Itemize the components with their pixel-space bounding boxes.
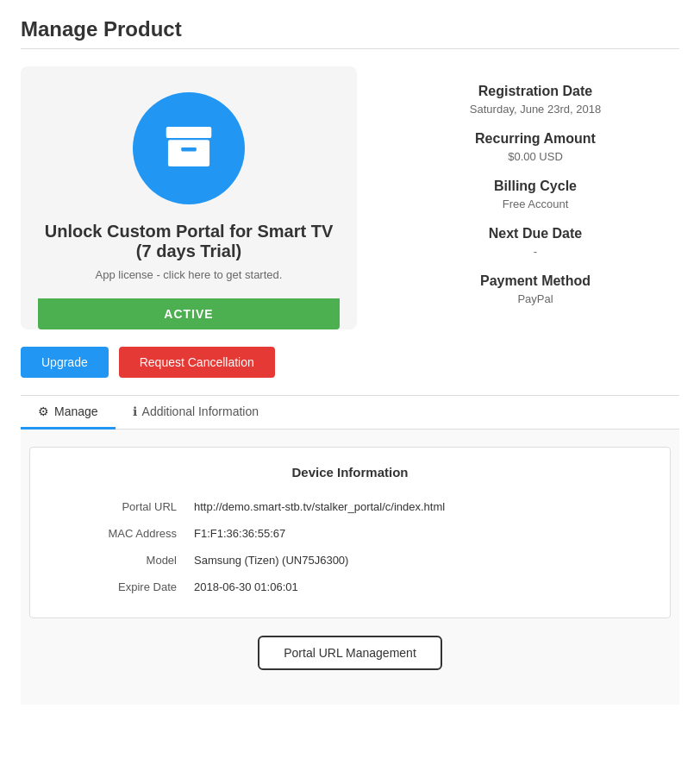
svg-rect-0 [166, 126, 212, 137]
product-description: App license - click here to get started. [96, 268, 283, 281]
archive-box-icon [159, 117, 219, 180]
table-row: Portal URL http://demo.smart-stb.tv/stal… [56, 493, 644, 520]
mac-address-label: MAC Address [56, 527, 194, 540]
device-info-title: Device Information [56, 465, 644, 480]
mac-address-value: F1:F1:36:36:55:67 [194, 527, 644, 540]
upgrade-button[interactable]: Upgrade [21, 347, 109, 378]
page-container: Manage Product Unlock Custom Portal for … [0, 0, 700, 722]
table-row: MAC Address F1:F1:36:36:55:67 [56, 520, 644, 547]
product-status: ACTIVE [38, 298, 340, 329]
expire-date-value: 2018-06-30 01:06:01 [194, 580, 644, 593]
registration-date-value: Saturday, June 23rd, 2018 [470, 103, 601, 116]
portal-url-value: http://demo.smart-stb.tv/stalker_portal/… [194, 500, 644, 513]
model-label: Model [56, 554, 194, 567]
device-info-card: Device Information Portal URL http://dem… [29, 447, 671, 618]
page-title: Manage Product [21, 17, 679, 41]
title-divider [21, 48, 679, 49]
product-name: Unlock Custom Portal for Smart TV (7 day… [38, 222, 340, 261]
portal-url-management-button[interactable]: Portal URL Management [258, 636, 442, 670]
svg-rect-2 [181, 147, 197, 151]
tab-manage[interactable]: ⚙ Manage [21, 396, 116, 430]
tab-additional-label: Additional Information [142, 404, 259, 418]
payment-method-value: PayPal [517, 292, 553, 305]
action-buttons: Upgrade Request Cancellation [21, 347, 679, 378]
manage-tab-icon: ⚙ [38, 404, 49, 418]
product-icon-circle [133, 92, 245, 204]
billing-cycle-value: Free Account [503, 198, 569, 210]
tab-manage-label: Manage [54, 404, 98, 418]
product-card: Unlock Custom Portal for Smart TV (7 day… [21, 66, 357, 329]
table-row: Expire Date 2018-06-30 01:06:01 [56, 574, 644, 600]
recurring-amount-label: Recurring Amount [475, 131, 596, 147]
top-section: Unlock Custom Portal for Smart TV (7 day… [21, 66, 679, 329]
recurring-amount-value: $0.00 USD [508, 150, 563, 163]
table-row: Model Samsung (Tizen) (UN75J6300) [56, 547, 644, 574]
tab-additional-information[interactable]: ℹ Additional Information [116, 396, 276, 430]
portal-url-label: Portal URL [56, 500, 194, 513]
model-value: Samsung (Tizen) (UN75J6300) [194, 554, 644, 567]
payment-method-label: Payment Method [480, 273, 591, 289]
registration-date-label: Registration Date [478, 84, 592, 99]
product-info-panel: Registration Date Saturday, June 23rd, 2… [391, 66, 679, 329]
next-due-date-label: Next Due Date [489, 226, 582, 241]
tabs-container: ⚙ Manage ℹ Additional Information Device… [21, 395, 679, 705]
svg-rect-1 [168, 140, 209, 166]
billing-cycle-label: Billing Cycle [494, 179, 577, 194]
expire-date-label: Expire Date [56, 580, 194, 593]
next-due-date-value: - [534, 245, 537, 258]
tab-content-manage: Device Information Portal URL http://dem… [21, 430, 679, 705]
info-tab-icon: ℹ [133, 404, 137, 418]
tabs-header: ⚙ Manage ℹ Additional Information [21, 396, 679, 430]
request-cancellation-button[interactable]: Request Cancellation [119, 347, 275, 378]
